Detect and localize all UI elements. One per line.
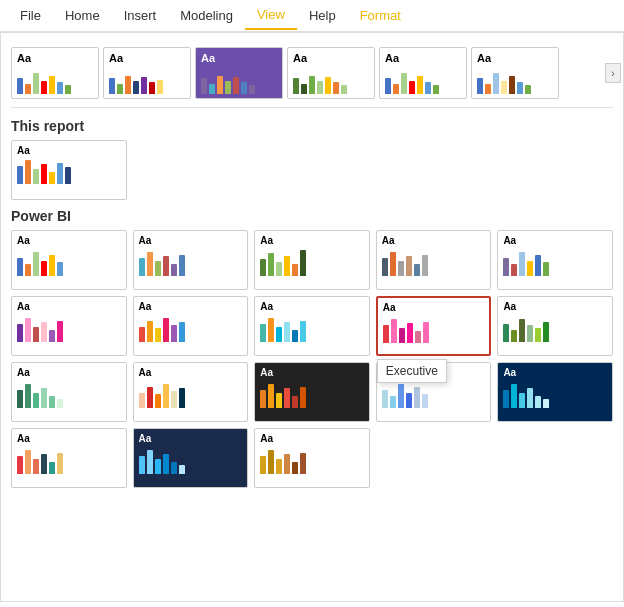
pbi-theme-pbi17[interactable]: Aa	[133, 428, 249, 488]
pbi-theme-pbi7[interactable]: Aa	[133, 296, 249, 356]
pbi-theme-pbi1[interactable]: Aa	[11, 230, 127, 290]
pbi-theme-pbi10[interactable]: Aa	[497, 296, 613, 356]
theme-panel: AaAaAaAaAaAa › This report Aa Power BI A…	[0, 32, 624, 602]
strip-theme-strip5[interactable]: Aa	[379, 47, 467, 99]
top-strip-themes: AaAaAaAaAaAa	[11, 43, 613, 108]
pbi-theme-pbi13[interactable]: Aa	[254, 362, 370, 422]
pbi-theme-pbi15[interactable]: Aa	[497, 362, 613, 422]
strip-theme-strip6[interactable]: Aa	[471, 47, 559, 99]
pbi-theme-pbi14[interactable]: Aa	[376, 362, 492, 422]
this-report-grid: Aa	[11, 140, 613, 200]
pbi-theme-pbi8[interactable]: Aa	[254, 296, 370, 356]
this-report-card[interactable]: Aa	[11, 140, 127, 200]
pbi-theme-pbi11[interactable]: Aa	[11, 362, 127, 422]
power-bi-grid: AaAaAaAaAaAaAaAaAaAaAaAaAaAaAaAaAaAa	[11, 230, 613, 488]
menu-home[interactable]: Home	[53, 2, 112, 29]
pbi-theme-pbi18[interactable]: Aa	[254, 428, 370, 488]
strip-theme-strip2[interactable]: Aa	[103, 47, 191, 99]
this-report-heading: This report	[11, 118, 613, 134]
menu-help[interactable]: Help	[297, 2, 348, 29]
menu-insert[interactable]: Insert	[112, 2, 169, 29]
strip-theme-strip1[interactable]: Aa	[11, 47, 99, 99]
menu-modeling[interactable]: Modeling	[168, 2, 245, 29]
menu-file[interactable]: File	[8, 2, 53, 29]
menu-view[interactable]: View	[245, 1, 297, 30]
strip-theme-strip3[interactable]: Aa	[195, 47, 283, 99]
pbi-theme-pbi12[interactable]: Aa	[133, 362, 249, 422]
scroll-arrow[interactable]: ›	[605, 63, 621, 83]
pbi-theme-pbi2[interactable]: Aa	[133, 230, 249, 290]
pbi-theme-pbi6[interactable]: Aa	[11, 296, 127, 356]
menubar: File Home Insert Modeling View Help Form…	[0, 0, 624, 32]
pbi-theme-pbi16[interactable]: Aa	[11, 428, 127, 488]
menu-format[interactable]: Format	[348, 2, 413, 29]
pbi-theme-pbi3[interactable]: Aa	[254, 230, 370, 290]
pbi-theme-pbi4[interactable]: Aa	[376, 230, 492, 290]
power-bi-heading: Power BI	[11, 208, 613, 224]
strip-theme-strip4[interactable]: Aa	[287, 47, 375, 99]
pbi-theme-pbi5[interactable]: Aa	[497, 230, 613, 290]
pbi-theme-pbi9[interactable]: Aa	[376, 296, 492, 356]
